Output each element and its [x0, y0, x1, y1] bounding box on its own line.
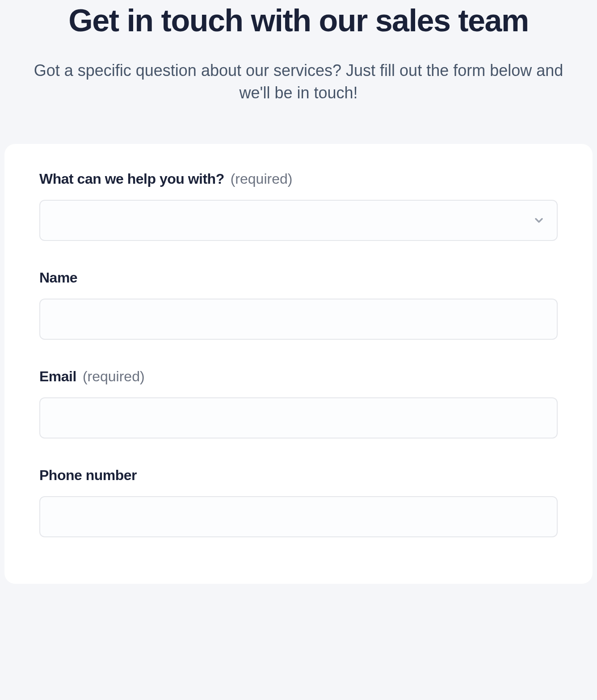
- label-row-email: Email (required): [39, 368, 558, 385]
- label-phone: Phone number: [39, 467, 137, 484]
- label-help: What can we help you with?: [39, 171, 224, 187]
- label-email: Email: [39, 368, 76, 385]
- contact-form-card: What can we help you with? (required) Na…: [4, 144, 593, 584]
- form-group-help: What can we help you with? (required): [39, 171, 558, 241]
- required-tag-help: (required): [231, 171, 293, 187]
- phone-input[interactable]: [39, 496, 558, 537]
- label-row-name: Name: [39, 270, 558, 286]
- form-group-email: Email (required): [39, 368, 558, 439]
- form-group-phone: Phone number: [39, 467, 558, 537]
- name-input[interactable]: [39, 299, 558, 340]
- form-group-name: Name: [39, 270, 558, 340]
- label-name: Name: [39, 270, 77, 286]
- email-input[interactable]: [39, 397, 558, 439]
- label-row-help: What can we help you with? (required): [39, 171, 558, 187]
- select-wrapper-help: [39, 200, 558, 241]
- help-select[interactable]: [39, 200, 558, 241]
- page-title: Get in touch with our sales team: [9, 4, 588, 38]
- page-subtitle: Got a specific question about our servic…: [9, 59, 588, 105]
- required-tag-email: (required): [83, 368, 145, 385]
- label-row-phone: Phone number: [39, 467, 558, 484]
